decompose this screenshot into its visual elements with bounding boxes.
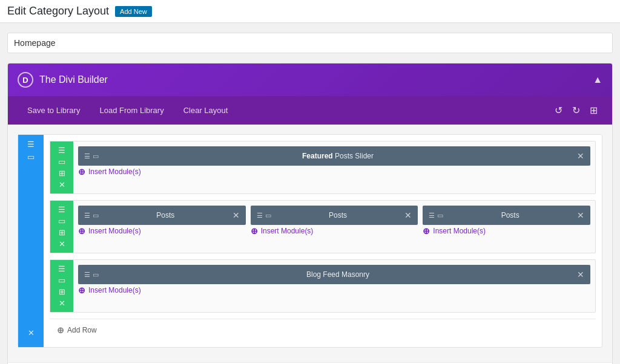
insert-module-col1[interactable]: ⊕ Insert Module(s) [78, 225, 246, 237]
builder-toolbar: Save to Library Load From Library Clear … [8, 96, 612, 125]
posts-module-2: ☰ ▭ Posts ✕ [251, 206, 418, 225]
section-1-menu-icon[interactable]: ☰ [58, 146, 65, 154]
clear-layout-button[interactable]: Clear Layout [174, 102, 238, 119]
column-2: ☰ ▭ Posts ✕ ⊕ Insert Module(s) [251, 206, 418, 237]
add-row-label: Add Row [67, 326, 97, 334]
blog-feed-masonry-name: Blog Feed Masonry [104, 270, 572, 279]
section-3-grid-icon[interactable]: ⊞ [59, 288, 65, 296]
section-1-sidebar: ☰ ▭ ⊞ ✕ [50, 141, 73, 193]
section-1-content: ☰ ▭ Featured Posts Slider ✕ ⊕ [73, 141, 595, 193]
builder-title: The Divi Builder [39, 74, 108, 85]
posts-module-2-close[interactable]: ✕ [404, 210, 412, 220]
insert-module-3-plus-icon: ⊕ [78, 285, 85, 295]
posts-module-1-close[interactable]: ✕ [232, 210, 240, 220]
section-1: ☰ ▭ ⊞ ✕ ☰ ▭ [50, 141, 596, 194]
content-area: D The Divi Builder ▲ Save to Library Loa… [0, 23, 620, 364]
add-row-area[interactable]: ⊕ Add Row [50, 319, 596, 341]
outer-sidebar-layout-icon[interactable]: ▭ [27, 152, 35, 161]
save-to-library-button[interactable]: Save to Library [18, 102, 90, 119]
insert-module-3-label: Insert Module(s) [88, 286, 141, 294]
featured-posts-slider-close[interactable]: ✕ [577, 151, 584, 161]
redo-button[interactable]: ↻ [567, 102, 585, 119]
posts-module-2-name: Posts [276, 211, 400, 219]
section-1-device-icon[interactable]: ▭ [58, 158, 65, 166]
divi-builder: D The Divi Builder ▲ Save to Library Loa… [7, 63, 613, 364]
insert-module-1-label: Insert Module(s) [88, 167, 141, 176]
sections-container: ☰ ▭ ⊞ ✕ ☰ ▭ [44, 135, 602, 347]
insert-module-col2-plus-icon: ⊕ [251, 226, 258, 236]
section-3: ☰ ▭ ⊞ ✕ ☰ ▭ Blog F [50, 259, 596, 313]
module-2-menu-icon[interactable]: ☰ [257, 212, 263, 219]
module-3-device-icon[interactable]: ▭ [437, 212, 443, 219]
section-2-close-icon[interactable]: ✕ [59, 240, 65, 248]
section-2-menu-icon[interactable]: ☰ [58, 206, 65, 213]
insert-module-col3[interactable]: ⊕ Insert Module(s) [423, 225, 590, 237]
load-from-library-button[interactable]: Load From Library [90, 102, 173, 119]
insert-module-col1-plus-icon: ⊕ [78, 226, 85, 236]
page-header: Edit Category Layout Add New [0, 0, 620, 23]
builder-header-left: D The Divi Builder [18, 72, 108, 88]
outer-sidebar-menu-icon[interactable]: ☰ [27, 140, 35, 149]
section-3-menu-icon[interactable]: ☰ [58, 265, 65, 273]
section-1-grid-icon[interactable]: ⊞ [59, 169, 65, 177]
module-1-icons: ☰ ▭ [84, 212, 99, 219]
history-button[interactable]: ⊞ [585, 102, 602, 119]
column-1: ☰ ▭ Posts ✕ ⊕ Insert Module(s) [78, 206, 246, 237]
blog-module-menu-icon[interactable]: ☰ [84, 271, 90, 279]
posts-module-1: ☰ ▭ Posts ✕ [78, 206, 246, 225]
posts-module-3: ☰ ▭ Posts ✕ [423, 206, 590, 225]
insert-module-col1-label: Insert Module(s) [88, 227, 141, 235]
section-3-sidebar: ☰ ▭ ⊞ ✕ [50, 260, 73, 312]
posts-module-1-name: Posts [104, 211, 228, 219]
outer-sidebar-close-icon[interactable]: ✕ [28, 328, 35, 342]
builder-collapse-button[interactable]: ▲ [593, 74, 602, 85]
module-1-menu-icon[interactable]: ☰ [84, 212, 90, 219]
section-3-device-icon[interactable]: ▭ [58, 276, 65, 284]
outer-section-sidebar: ☰ ▭ ✕ [18, 135, 44, 347]
module-2-icons: ☰ ▭ [257, 212, 271, 219]
featured-posts-slider-name: Featured Posts Slider [104, 152, 572, 160]
blog-feed-masonry-module: ☰ ▭ Blog Feed Masonry ✕ [78, 265, 590, 284]
add-new-button[interactable]: Add New [115, 6, 152, 17]
add-row-plus-icon: ⊕ [57, 325, 64, 335]
module-2-device-icon[interactable]: ▭ [265, 212, 271, 219]
module-1-device-icon[interactable]: ▭ [93, 212, 99, 219]
insert-module-col2[interactable]: ⊕ Insert Module(s) [251, 225, 418, 237]
posts-module-3-close[interactable]: ✕ [577, 210, 584, 220]
builder-canvas: ☰ ▭ ✕ ☰ ▭ ⊞ ✕ [8, 125, 612, 362]
section-2-content: ☰ ▭ Posts ✕ ⊕ Insert Module(s) [73, 201, 595, 253]
section-1-close-icon[interactable]: ✕ [59, 181, 65, 189]
divi-logo-icon: D [18, 72, 33, 88]
insert-module-1-plus-icon: ⊕ [78, 167, 85, 177]
module-3-menu-icon[interactable]: ☰ [429, 212, 435, 219]
posts-module-3-name: Posts [448, 211, 572, 219]
module-icons: ☰ ▭ [84, 152, 99, 160]
section-2-row: ☰ ▭ Posts ✕ ⊕ Insert Module(s) [78, 206, 590, 237]
module-menu-icon[interactable]: ☰ [84, 152, 90, 160]
builder-header: D The Divi Builder ▲ [8, 63, 612, 96]
main-section-wrapper: ☰ ▭ ✕ ☰ ▭ ⊞ ✕ [18, 134, 602, 348]
insert-module-1[interactable]: ⊕ Insert Module(s) [78, 166, 590, 178]
column-3: ☰ ▭ Posts ✕ ⊕ Insert Module(s) [423, 206, 590, 237]
section-2-sidebar: ☰ ▭ ⊞ ✕ [50, 201, 73, 253]
section-3-close-icon[interactable]: ✕ [59, 299, 65, 307]
section-2: ☰ ▭ ⊞ ✕ [50, 200, 596, 253]
blog-module-device-icon[interactable]: ▭ [93, 271, 99, 279]
module-device-icon[interactable]: ▭ [93, 152, 99, 160]
section-2-device-icon[interactable]: ▭ [58, 217, 65, 225]
blog-feed-masonry-close[interactable]: ✕ [577, 270, 584, 279]
page-name-input[interactable] [7, 33, 613, 53]
section-3-content: ☰ ▭ Blog Feed Masonry ✕ ⊕ Insert Module(… [73, 260, 595, 312]
insert-module-col3-plus-icon: ⊕ [423, 226, 430, 236]
section-2-grid-icon[interactable]: ⊞ [59, 229, 65, 236]
featured-posts-slider-module: ☰ ▭ Featured Posts Slider ✕ [78, 146, 590, 166]
undo-button[interactable]: ↺ [550, 102, 567, 119]
module-3-icons: ☰ ▭ [429, 212, 443, 219]
insert-module-col3-label: Insert Module(s) [433, 227, 486, 235]
insert-module-3[interactable]: ⊕ Insert Module(s) [78, 284, 590, 296]
blog-module-icons: ☰ ▭ [84, 271, 99, 279]
page-title: Edit Category Layout [7, 5, 109, 18]
insert-module-col2-label: Insert Module(s) [261, 227, 314, 235]
